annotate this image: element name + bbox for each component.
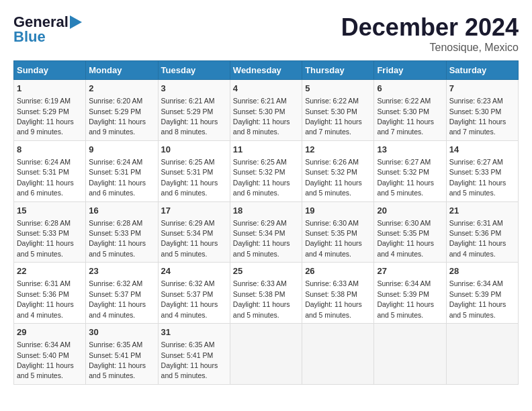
day-number: 31: [161, 326, 227, 338]
day-info: Sunrise: 6:28 AMSunset: 5:33 PMDaylight:…: [17, 219, 74, 258]
day-info: Sunrise: 6:26 AMSunset: 5:32 PMDaylight:…: [305, 158, 362, 197]
day-info: Sunrise: 6:20 AMSunset: 5:29 PMDaylight:…: [89, 97, 146, 136]
day-info: Sunrise: 6:35 AMSunset: 5:41 PMDaylight:…: [161, 340, 218, 379]
day-info: Sunrise: 6:27 AMSunset: 5:32 PMDaylight:…: [377, 158, 434, 197]
day-number: 23: [89, 265, 154, 277]
calendar-cell: 21Sunrise: 6:31 AMSunset: 5:36 PMDayligh…: [446, 201, 518, 263]
day-number: 22: [17, 265, 83, 277]
day-info: Sunrise: 6:33 AMSunset: 5:38 PMDaylight:…: [305, 279, 362, 318]
day-info: Sunrise: 6:25 AMSunset: 5:31 PMDaylight:…: [161, 158, 218, 197]
calendar-cell: 10Sunrise: 6:25 AMSunset: 5:31 PMDayligh…: [158, 140, 230, 201]
day-info: Sunrise: 6:31 AMSunset: 5:36 PMDaylight:…: [17, 279, 74, 318]
day-number: 8: [17, 144, 83, 156]
calendar-cell: 8Sunrise: 6:24 AMSunset: 5:31 PMDaylight…: [14, 140, 86, 201]
day-info: Sunrise: 6:35 AMSunset: 5:41 PMDaylight:…: [89, 340, 146, 379]
day-info: Sunrise: 6:21 AMSunset: 5:30 PMDaylight:…: [233, 97, 290, 136]
day-info: Sunrise: 6:24 AMSunset: 5:31 PMDaylight:…: [17, 158, 74, 197]
calendar-cell: [374, 324, 446, 385]
day-info: Sunrise: 6:32 AMSunset: 5:37 PMDaylight:…: [161, 279, 218, 318]
day-number: 28: [449, 265, 515, 277]
calendar-cell: 27Sunrise: 6:34 AMSunset: 5:39 PMDayligh…: [374, 263, 446, 324]
logo: General Blue: [13, 13, 82, 46]
day-info: Sunrise: 6:22 AMSunset: 5:30 PMDaylight:…: [377, 97, 434, 136]
logo-text-blue: Blue: [13, 28, 46, 46]
calendar-cell: [230, 324, 302, 385]
day-info: Sunrise: 6:30 AMSunset: 5:35 PMDaylight:…: [377, 219, 434, 258]
day-number: 19: [305, 205, 371, 217]
calendar-week-row: 22Sunrise: 6:31 AMSunset: 5:36 PMDayligh…: [14, 263, 519, 324]
day-number: 24: [161, 265, 227, 277]
day-info: Sunrise: 6:22 AMSunset: 5:30 PMDaylight:…: [305, 97, 362, 136]
day-number: 3: [161, 83, 227, 95]
calendar-cell: 22Sunrise: 6:31 AMSunset: 5:36 PMDayligh…: [14, 263, 86, 324]
day-info: Sunrise: 6:23 AMSunset: 5:30 PMDaylight:…: [449, 97, 506, 136]
day-number: 21: [449, 205, 515, 217]
calendar-header-row: SundayMondayTuesdayWednesdayThursdayFrid…: [14, 61, 519, 80]
calendar-cell: 26Sunrise: 6:33 AMSunset: 5:38 PMDayligh…: [302, 263, 374, 324]
day-number: 7: [449, 83, 515, 95]
day-number: 2: [89, 83, 154, 95]
calendar-week-row: 1Sunrise: 6:19 AMSunset: 5:29 PMDaylight…: [14, 80, 519, 141]
calendar-cell: 31Sunrise: 6:35 AMSunset: 5:41 PMDayligh…: [158, 324, 230, 385]
day-info: Sunrise: 6:34 AMSunset: 5:40 PMDaylight:…: [17, 340, 74, 379]
title-block: December 2024 Tenosique, Mexico: [341, 13, 519, 54]
calendar-cell: [446, 324, 518, 385]
day-info: Sunrise: 6:30 AMSunset: 5:35 PMDaylight:…: [305, 219, 362, 258]
day-number: 29: [17, 326, 83, 338]
day-info: Sunrise: 6:19 AMSunset: 5:29 PMDaylight:…: [17, 97, 74, 136]
header-cell-thursday: Thursday: [302, 61, 374, 80]
day-number: 6: [377, 83, 443, 95]
calendar-cell: 14Sunrise: 6:27 AMSunset: 5:33 PMDayligh…: [446, 140, 518, 201]
day-info: Sunrise: 6:21 AMSunset: 5:29 PMDaylight:…: [161, 97, 218, 136]
calendar-table: SundayMondayTuesdayWednesdayThursdayFrid…: [13, 60, 519, 385]
calendar-cell: 12Sunrise: 6:26 AMSunset: 5:32 PMDayligh…: [302, 140, 374, 201]
day-number: 10: [161, 144, 227, 156]
day-number: 27: [377, 265, 443, 277]
day-number: 26: [305, 265, 371, 277]
day-number: 9: [89, 144, 154, 156]
day-info: Sunrise: 6:27 AMSunset: 5:33 PMDaylight:…: [449, 158, 506, 197]
day-info: Sunrise: 6:25 AMSunset: 5:32 PMDaylight:…: [233, 158, 290, 197]
calendar-body: 1Sunrise: 6:19 AMSunset: 5:29 PMDaylight…: [14, 80, 519, 385]
day-info: Sunrise: 6:31 AMSunset: 5:36 PMDaylight:…: [449, 219, 506, 258]
calendar-cell: 1Sunrise: 6:19 AMSunset: 5:29 PMDaylight…: [14, 80, 86, 141]
header-cell-friday: Friday: [374, 61, 446, 80]
calendar-cell: 30Sunrise: 6:35 AMSunset: 5:41 PMDayligh…: [86, 324, 158, 385]
page-header: General Blue December 2024 Tenosique, Me…: [13, 13, 519, 54]
day-info: Sunrise: 6:34 AMSunset: 5:39 PMDaylight:…: [377, 279, 434, 318]
calendar-cell: 16Sunrise: 6:28 AMSunset: 5:33 PMDayligh…: [86, 201, 158, 263]
header-cell-sunday: Sunday: [14, 61, 86, 80]
calendar-week-row: 15Sunrise: 6:28 AMSunset: 5:33 PMDayligh…: [14, 201, 519, 263]
day-number: 18: [233, 205, 299, 217]
calendar-cell: 3Sunrise: 6:21 AMSunset: 5:29 PMDaylight…: [158, 80, 230, 141]
calendar-week-row: 29Sunrise: 6:34 AMSunset: 5:40 PMDayligh…: [14, 324, 519, 385]
day-info: Sunrise: 6:34 AMSunset: 5:39 PMDaylight:…: [449, 279, 506, 318]
day-info: Sunrise: 6:24 AMSunset: 5:31 PMDaylight:…: [89, 158, 146, 197]
calendar-cell: 23Sunrise: 6:32 AMSunset: 5:37 PMDayligh…: [86, 263, 158, 324]
day-number: 4: [233, 83, 299, 95]
day-number: 13: [377, 144, 443, 156]
day-info: Sunrise: 6:29 AMSunset: 5:34 PMDaylight:…: [233, 219, 290, 258]
calendar-cell: 17Sunrise: 6:29 AMSunset: 5:34 PMDayligh…: [158, 201, 230, 263]
calendar-cell: 11Sunrise: 6:25 AMSunset: 5:32 PMDayligh…: [230, 140, 302, 201]
calendar-cell: [302, 324, 374, 385]
svg-marker-0: [70, 15, 82, 29]
calendar-cell: 20Sunrise: 6:30 AMSunset: 5:35 PMDayligh…: [374, 201, 446, 263]
calendar-cell: 19Sunrise: 6:30 AMSunset: 5:35 PMDayligh…: [302, 201, 374, 263]
header-cell-tuesday: Tuesday: [158, 61, 230, 80]
calendar-cell: 13Sunrise: 6:27 AMSunset: 5:32 PMDayligh…: [374, 140, 446, 201]
day-number: 25: [233, 265, 299, 277]
logo-arrow-icon: [70, 15, 82, 29]
day-number: 20: [377, 205, 443, 217]
day-info: Sunrise: 6:28 AMSunset: 5:33 PMDaylight:…: [89, 219, 146, 258]
day-number: 1: [17, 83, 83, 95]
day-number: 11: [233, 144, 299, 156]
header-cell-wednesday: Wednesday: [230, 61, 302, 80]
calendar-week-row: 8Sunrise: 6:24 AMSunset: 5:31 PMDaylight…: [14, 140, 519, 201]
calendar-cell: 24Sunrise: 6:32 AMSunset: 5:37 PMDayligh…: [158, 263, 230, 324]
calendar-cell: 4Sunrise: 6:21 AMSunset: 5:30 PMDaylight…: [230, 80, 302, 141]
day-number: 17: [161, 205, 227, 217]
calendar-cell: 7Sunrise: 6:23 AMSunset: 5:30 PMDaylight…: [446, 80, 518, 141]
calendar-cell: 2Sunrise: 6:20 AMSunset: 5:29 PMDaylight…: [86, 80, 158, 141]
day-info: Sunrise: 6:33 AMSunset: 5:38 PMDaylight:…: [233, 279, 290, 318]
